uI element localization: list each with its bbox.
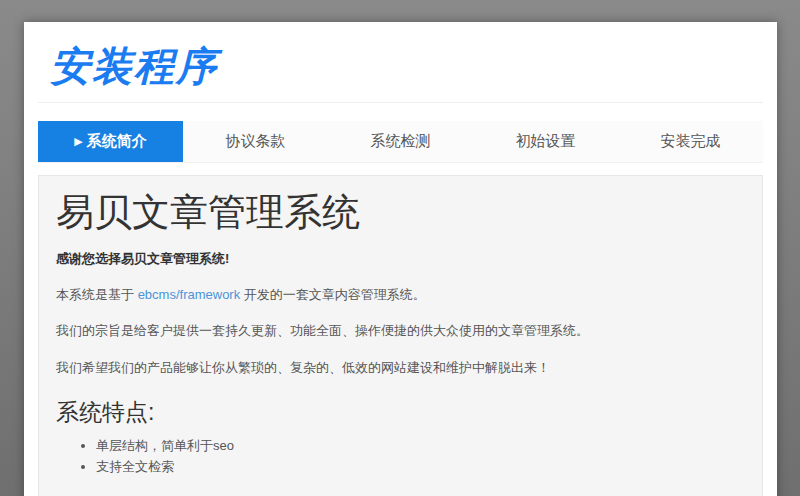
title-divider <box>38 102 763 103</box>
active-tab-arrow-icon: ▶ <box>74 136 82 147</box>
tab-initial-settings[interactable]: 初始设置 <box>473 121 618 162</box>
intro-prefix: 本系统是基于 <box>56 287 138 302</box>
tab-label: 系统简介 <box>87 132 147 151</box>
installer-page: 安装程序 ▶ 系统简介 协议条款 系统检测 初始设置 安装完成 易贝文章管理系统… <box>24 22 777 496</box>
tab-label: 系统检测 <box>371 132 431 151</box>
features-list: 单层结构，简单利于seo 支持全文检索 <box>56 436 745 477</box>
tab-label: 安装完成 <box>661 132 721 151</box>
tab-system-check[interactable]: 系统检测 <box>328 121 473 162</box>
page-title: 安装程序 <box>50 42 751 90</box>
intro-suffix: 开发的一套文章内容管理系统。 <box>240 287 426 302</box>
tab-agreement[interactable]: 协议条款 <box>183 121 328 162</box>
feature-item: 支持全文检索 <box>96 457 745 477</box>
welcome-text: 感谢您选择易贝文章管理系统! <box>56 250 745 268</box>
tab-label: 协议条款 <box>226 132 286 151</box>
feature-item: 单层结构，简单利于seo <box>96 436 745 456</box>
description-text: 我们的宗旨是给客户提供一套持久更新、功能全面、操作便捷的供大众使用的文章管理系统… <box>56 321 745 341</box>
tab-label: 初始设置 <box>516 132 576 151</box>
framework-link[interactable]: ebcms/framework <box>138 287 241 302</box>
intro-text: 本系统是基于 ebcms/framework 开发的一套文章内容管理系统。 <box>56 285 745 305</box>
content-panel: 易贝文章管理系统 感谢您选择易贝文章管理系统! 本系统是基于 ebcms/fra… <box>38 175 763 496</box>
description-text: 我们希望我们的产品能够让你从繁琐的、复杂的、低效的网站建设和维护中解脱出来！ <box>56 358 745 378</box>
features-title: 系统特点: <box>56 397 745 428</box>
steps-nav: ▶ 系统简介 协议条款 系统检测 初始设置 安装完成 <box>38 121 763 163</box>
tab-install-complete[interactable]: 安装完成 <box>618 121 763 162</box>
system-heading: 易贝文章管理系统 <box>56 190 745 236</box>
tab-system-intro[interactable]: ▶ 系统简介 <box>38 121 183 162</box>
